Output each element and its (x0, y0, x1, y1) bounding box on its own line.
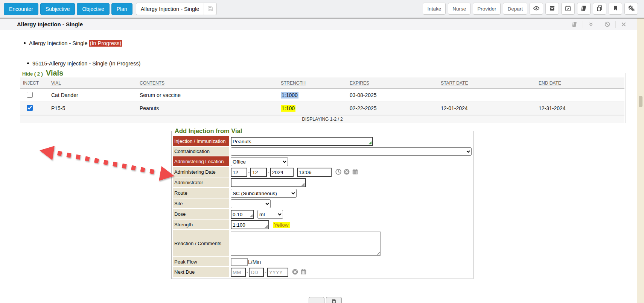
admin-date-year-input[interactable] (270, 168, 294, 177)
content-area: Allergy Injection - Single (In Progress)… (0, 30, 637, 303)
inject-checkbox-row2[interactable] (27, 105, 33, 111)
bullet-icon (24, 42, 26, 44)
document-tab[interactable]: Allergy Injection - Single (136, 3, 217, 15)
strength-cell-highlighted: 1:100 (281, 105, 295, 112)
vertical-scrollbar[interactable] (637, 18, 644, 303)
book-button[interactable] (577, 3, 591, 15)
dose-unit-select[interactable]: mL (257, 210, 283, 219)
inject-checkbox-row1[interactable] (27, 92, 33, 98)
route-label: Route (173, 188, 229, 198)
strength-cell-highlighted: 1:1000 (281, 92, 298, 98)
admin-date-day-input[interactable] (250, 168, 267, 177)
date-separator: - (247, 270, 248, 275)
scrollbar-thumb[interactable] (639, 96, 642, 107)
annotation-arrow (36, 143, 179, 184)
calendar-icon[interactable] (300, 268, 307, 276)
contraindication-select[interactable] (231, 147, 472, 156)
add-injection-form: Add Injection from Vial Injection / Immu… (171, 127, 473, 279)
injection-input[interactable] (231, 137, 373, 146)
column-end-date[interactable]: END DATE (536, 80, 624, 86)
administrator-label: Administrator (173, 177, 229, 188)
column-vial[interactable]: VIAL (49, 80, 137, 86)
nurse-button[interactable]: Nurse (448, 3, 470, 15)
next-due-day-input[interactable] (249, 268, 264, 277)
vials-table: INJECT VIAL CONTENTS STRENGTH EXPIRES ST… (20, 77, 624, 123)
encounter-button[interactable]: Encounter (4, 3, 38, 15)
panel-book-icon[interactable] (566, 21, 583, 28)
next-due-month-input[interactable] (231, 268, 246, 277)
bookmark-button[interactable] (609, 3, 622, 15)
form-heading: Add Injection from Vial (174, 127, 244, 135)
site-label: Site (173, 198, 229, 209)
archive-icon (549, 5, 556, 13)
dose-input[interactable] (231, 210, 254, 219)
administrator-input[interactable] (231, 178, 306, 187)
form-row-dose: Dose mL (173, 209, 472, 220)
depart-button[interactable]: Depart (503, 3, 527, 15)
copy-button[interactable] (593, 3, 606, 15)
intake-button[interactable]: Intake (423, 3, 446, 15)
column-contents[interactable]: CONTENTS (137, 80, 278, 86)
eye-button[interactable] (530, 3, 543, 15)
peak-flow-input[interactable] (231, 258, 248, 266)
form-row-administrator: Administrator (173, 177, 472, 188)
plan-button[interactable]: Plan (111, 3, 132, 15)
page-title: Allergy Injection - Single (17, 21, 83, 27)
collapse-icon[interactable] (583, 21, 599, 28)
next-due-year-input[interactable] (267, 268, 288, 277)
strength-label: Strength (173, 220, 229, 230)
peak-flow-label: Peak Flow (173, 257, 229, 267)
admin-date-month-input[interactable] (231, 168, 247, 177)
end-date-cell: 12-31-2024 (536, 105, 624, 111)
strength-input[interactable] (231, 220, 269, 229)
panel-header: Allergy Injection - Single (0, 18, 637, 30)
form-row-injection: Injection / Immunization (173, 136, 472, 147)
admin-date-label: Administering Date (173, 167, 229, 177)
close-icon[interactable] (615, 21, 632, 28)
dose-label: Dose (173, 209, 229, 220)
column-start-date[interactable]: START DATE (438, 80, 536, 86)
calendar-check-button[interactable] (561, 3, 575, 15)
save-icon[interactable] (204, 3, 216, 15)
objective-button[interactable]: Objective (77, 3, 109, 15)
hide-vials-link[interactable]: Hide ( 2 ) (22, 71, 43, 77)
site-select[interactable] (231, 199, 271, 208)
settings-button[interactable] (624, 3, 638, 15)
form-row-admin-date: Administering Date - - (173, 167, 472, 177)
vial-cell: P15-5 (49, 105, 137, 111)
form-row-reaction: Reaction / Comments (173, 230, 472, 257)
clear-date-icon[interactable] (292, 268, 298, 276)
archive-button[interactable] (545, 3, 559, 15)
disable-icon[interactable] (599, 21, 615, 28)
clock-icon[interactable] (335, 168, 342, 176)
form-row-site: Site (173, 198, 472, 209)
injection-label: Injection / Immunization (173, 136, 229, 147)
form-row-peak-flow: Peak Flow L/Min (173, 257, 472, 267)
gears-icon (627, 5, 635, 13)
column-expires[interactable]: EXPIRES (347, 80, 438, 86)
location-label: Administering Location (173, 156, 229, 167)
route-select[interactable]: SC (Subcutaneous) (231, 189, 297, 198)
calendar-icon[interactable] (352, 168, 359, 176)
subjective-button[interactable]: Subjective (40, 3, 75, 15)
clear-date-icon[interactable] (343, 168, 350, 176)
book-icon (580, 5, 587, 13)
peak-flow-unit: L/Min (248, 259, 261, 265)
contents-cell: Peanuts (137, 105, 278, 111)
bottom-toolbar-button[interactable] (309, 297, 324, 303)
save-icon (332, 299, 336, 303)
column-inject: INJECT (20, 80, 49, 86)
bullet-icon (27, 62, 29, 64)
admin-time-input[interactable] (297, 168, 332, 177)
status-line-1: Allergy Injection - Single (In Progress) (24, 40, 637, 46)
reaction-textarea[interactable] (231, 232, 381, 256)
form-row-strength: Strength Yellow (173, 220, 472, 230)
vials-section: Hide ( 2 ) Vials INJECT VIAL CONTENTS ST… (19, 69, 626, 123)
bottom-save-button[interactable] (326, 297, 342, 303)
column-strength[interactable]: STRENGTH (278, 80, 347, 86)
eye-icon (533, 5, 540, 13)
contraindication-label: Contraindication (173, 147, 229, 156)
status-line-1-text: Allergy Injection - Single (29, 40, 88, 46)
location-select[interactable]: Office (231, 157, 288, 166)
provider-button[interactable]: Provider (473, 3, 501, 15)
